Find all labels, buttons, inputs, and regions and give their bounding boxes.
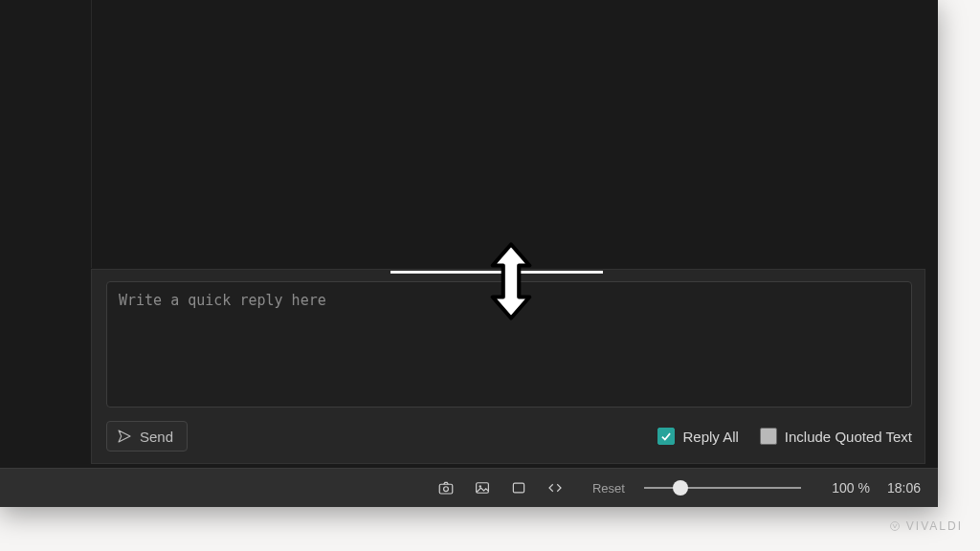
- quick-reply-toolbar: Send Reply All Include Quoted Text: [106, 419, 912, 453]
- svg-rect-4: [513, 483, 523, 493]
- panel-toggle-button[interactable]: [504, 474, 533, 502]
- brand-watermark: VIVALDI: [889, 519, 963, 533]
- send-button[interactable]: Send: [106, 421, 188, 452]
- reply-all-checkbox[interactable]: Reply All: [657, 428, 738, 445]
- app-window: Send Reply All Include Quoted Text: [0, 0, 938, 507]
- camera-icon: [437, 479, 455, 496]
- image-toggle-button[interactable]: [468, 474, 497, 502]
- clock-label: 18:06: [887, 480, 921, 496]
- quick-reply-input[interactable]: [106, 281, 912, 408]
- code-icon: [546, 479, 564, 496]
- send-button-label: Send: [140, 429, 173, 445]
- quick-reply-panel: Send Reply All Include Quoted Text: [91, 269, 925, 464]
- include-quoted-checkbox[interactable]: Include Quoted Text: [760, 428, 912, 445]
- svg-point-1: [444, 487, 449, 492]
- checkbox-box: [760, 428, 777, 445]
- vivaldi-logo-icon: [889, 520, 901, 532]
- svg-point-5: [890, 522, 899, 531]
- screenshot-button[interactable]: [432, 474, 460, 502]
- checkbox-box: [657, 428, 675, 445]
- zoom-reset-button[interactable]: Reset: [592, 481, 625, 496]
- status-bar: Reset 100 % 18:06: [0, 468, 938, 507]
- zoom-slider[interactable]: [644, 479, 801, 496]
- zoom-slider-thumb[interactable]: [673, 480, 688, 496]
- send-icon: [117, 429, 132, 444]
- svg-rect-0: [439, 484, 453, 494]
- zoom-slider-track: [644, 487, 801, 489]
- message-view-area: [91, 0, 925, 268]
- zoom-level-label: 100 %: [818, 480, 870, 496]
- rectangle-icon: [510, 479, 527, 496]
- include-quoted-label: Include Quoted Text: [785, 429, 912, 445]
- image-icon: [474, 479, 491, 496]
- brand-name: VIVALDI: [906, 519, 963, 533]
- devtools-button[interactable]: [541, 474, 569, 502]
- reply-all-label: Reply All: [682, 429, 738, 445]
- check-icon: [659, 430, 673, 443]
